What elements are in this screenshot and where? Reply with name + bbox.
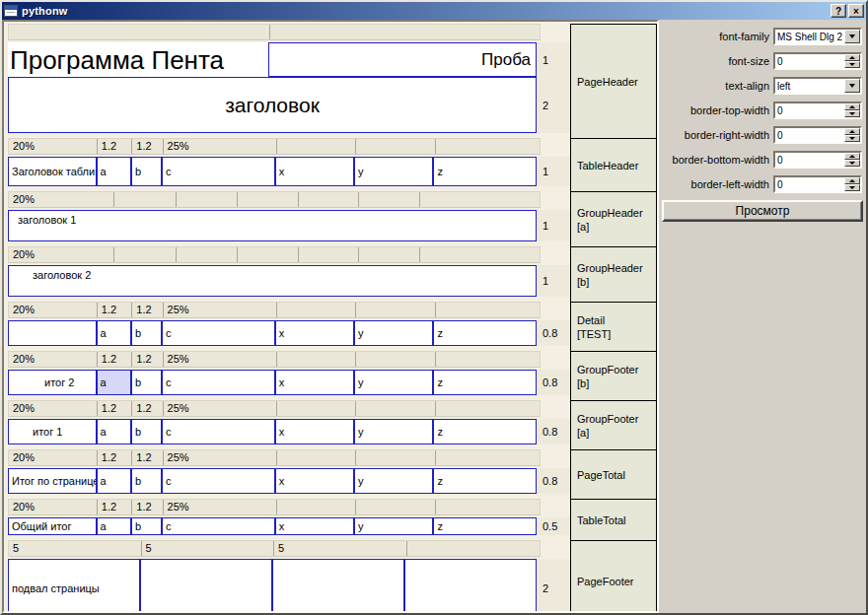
spin-down-button[interactable] xyxy=(844,135,860,142)
close-button[interactable]: × xyxy=(848,4,864,18)
measure-cell[interactable] xyxy=(277,450,357,465)
measure-cell[interactable]: 5 xyxy=(142,541,275,556)
measure-cell[interactable]: 1.2 xyxy=(132,401,163,416)
report-cell[interactable]: x xyxy=(275,419,354,444)
spin-down-button[interactable] xyxy=(844,184,860,191)
measure-cell[interactable]: 20% xyxy=(9,401,98,416)
report-cell[interactable]: c xyxy=(162,370,275,395)
measure-cell[interactable] xyxy=(356,401,436,416)
measure-cell[interactable]: 5 xyxy=(9,541,142,556)
report-cell[interactable]: b xyxy=(131,370,162,395)
dropdown-button[interactable] xyxy=(844,30,860,43)
measure-cell[interactable] xyxy=(277,500,357,514)
report-cell[interactable]: c xyxy=(162,320,275,346)
measure-cell[interactable] xyxy=(270,25,540,39)
measure-cell[interactable] xyxy=(9,25,270,39)
measure-cell[interactable]: 25% xyxy=(164,352,277,367)
spin-up-button[interactable] xyxy=(844,177,860,184)
report-cell[interactable]: c xyxy=(162,468,275,494)
measure-cell[interactable] xyxy=(420,192,540,207)
measure-cell[interactable]: 5 xyxy=(274,541,407,556)
measure-cell[interactable] xyxy=(177,192,238,207)
measure-cell[interactable]: 25% xyxy=(164,500,277,514)
report-cell[interactable]: a xyxy=(97,517,131,535)
report-cell[interactable]: Общий итог xyxy=(8,517,97,535)
spin-up-button[interactable] xyxy=(844,103,860,110)
spin-up-button[interactable] xyxy=(844,54,860,61)
measure-cell[interactable]: 25% xyxy=(164,401,277,416)
measure-cell[interactable] xyxy=(407,541,541,556)
measure-cell[interactable] xyxy=(356,303,436,317)
report-cell[interactable]: Заголовок таблицы xyxy=(8,157,97,186)
report-cell[interactable]: a xyxy=(97,419,131,444)
report-cell[interactable]: x xyxy=(275,517,354,535)
border-left-width-spinner[interactable]: 0 xyxy=(773,175,862,193)
border-right-width-spinner[interactable]: 0 xyxy=(773,126,862,144)
measure-cell[interactable] xyxy=(436,500,540,514)
spin-down-button[interactable] xyxy=(844,61,860,68)
measure-cell[interactable]: 1.2 xyxy=(98,352,133,367)
measure-cell[interactable] xyxy=(436,450,540,465)
measure-cell[interactable]: 1.2 xyxy=(98,450,133,465)
measure-cell[interactable]: 1.2 xyxy=(132,500,163,514)
measure-cell[interactable] xyxy=(436,303,540,317)
report-cell[interactable]: b xyxy=(131,468,162,494)
report-cell[interactable]: y xyxy=(354,370,433,395)
help-button[interactable]: ? xyxy=(831,4,846,18)
measure-cell[interactable] xyxy=(114,192,177,207)
measure-cell[interactable] xyxy=(238,192,299,207)
report-cell[interactable]: y xyxy=(354,517,433,535)
measure-cell[interactable] xyxy=(277,139,357,154)
measure-cell[interactable]: 25% xyxy=(164,139,277,154)
text-align-combobox[interactable]: left xyxy=(773,77,862,95)
measure-cell[interactable]: 1.2 xyxy=(132,352,163,367)
report-cell[interactable]: b xyxy=(131,320,162,346)
spin-down-button[interactable] xyxy=(844,110,860,117)
report-cell[interactable] xyxy=(8,320,97,346)
report-cell[interactable]: итог 2 xyxy=(8,370,97,395)
measure-cell[interactable] xyxy=(299,192,359,207)
measure-cell[interactable]: 1.2 xyxy=(132,139,163,154)
report-cell[interactable] xyxy=(140,559,272,613)
measure-cell[interactable] xyxy=(420,247,540,262)
report-cell[interactable]: x xyxy=(275,320,354,346)
measure-cell[interactable] xyxy=(114,247,177,262)
report-cell[interactable]: итог 1 xyxy=(8,419,97,444)
measure-cell[interactable]: 1.2 xyxy=(132,303,163,317)
report-cell[interactable]: y xyxy=(354,419,433,444)
report-cell[interactable]: b xyxy=(131,419,162,444)
report-cell[interactable]: c xyxy=(162,517,275,535)
measure-cell[interactable]: 1.2 xyxy=(98,500,133,514)
report-cell[interactable] xyxy=(272,559,404,613)
report-cell[interactable]: a xyxy=(97,370,131,395)
measure-cell[interactable] xyxy=(436,352,540,367)
report-cell[interactable]: y xyxy=(354,468,433,494)
measure-cell[interactable]: 25% xyxy=(164,303,277,317)
report-cell[interactable]: y xyxy=(354,157,433,186)
measure-cell[interactable]: 20% xyxy=(9,500,98,514)
spin-up-button[interactable] xyxy=(844,153,860,160)
report-cell[interactable]: Программа Пента xyxy=(8,42,268,77)
report-cell[interactable]: y xyxy=(354,320,433,346)
report-cell[interactable]: b xyxy=(131,157,162,186)
measure-cell[interactable] xyxy=(436,139,540,154)
preview-button[interactable]: Просмотр xyxy=(662,200,863,222)
measure-cell[interactable] xyxy=(356,139,436,154)
measure-cell[interactable] xyxy=(359,192,420,207)
measure-cell[interactable] xyxy=(277,352,357,367)
measure-cell[interactable]: 20% xyxy=(9,192,114,207)
report-cell[interactable]: заголовок 2 xyxy=(8,265,537,297)
measure-cell[interactable]: 20% xyxy=(9,303,98,317)
report-cell[interactable] xyxy=(404,559,537,613)
report-cell[interactable]: z xyxy=(433,468,537,494)
measure-cell[interactable]: 1.2 xyxy=(98,303,133,317)
measure-cell[interactable]: 20% xyxy=(9,139,98,154)
measure-cell[interactable]: 20% xyxy=(9,450,98,465)
report-cell[interactable]: z xyxy=(433,370,537,395)
report-cell[interactable]: z xyxy=(433,320,537,346)
font-family-combobox[interactable]: MS Shell Dlg 2 xyxy=(773,28,862,45)
measure-cell[interactable] xyxy=(436,401,540,416)
report-cell[interactable]: b xyxy=(131,517,162,535)
report-cell[interactable]: c xyxy=(162,157,275,186)
border-bottom-width-spinner[interactable]: 0 xyxy=(773,151,862,169)
